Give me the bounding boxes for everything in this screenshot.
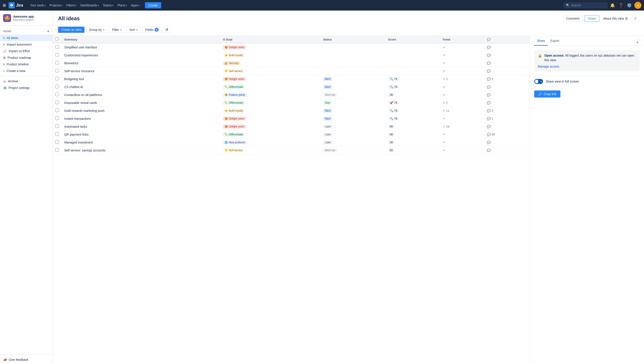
nav-create-button[interactable]: Create: [145, 2, 161, 8]
share-button[interactable]: Share: [584, 15, 599, 22]
cell-comments: 💬: [484, 67, 530, 75]
sidebar-item-create-a-view[interactable]: +Create a view: [0, 68, 52, 74]
cell-goal: ✏️ Differentiate: [220, 131, 321, 138]
notifications-icon[interactable]: 🔔: [609, 2, 616, 9]
search-icon: 🔍: [566, 4, 570, 7]
col-summary[interactable]: Summary: [62, 36, 220, 43]
cell-checkbox[interactable]: [53, 131, 62, 138]
table-row: Gold rewards marketing push 🤝 Build loya…: [53, 107, 530, 115]
search-input[interactable]: [571, 4, 605, 7]
cell-status: Now: [320, 99, 386, 107]
cell-goal: 🌐 New products: [220, 138, 321, 146]
cell-checkbox[interactable]: [53, 146, 62, 154]
cell-checkbox[interactable]: [53, 51, 62, 59]
project-info: Awesome app Discovery project: [13, 15, 34, 21]
cell-checkbox[interactable]: [53, 43, 62, 51]
sidebar-item-settings[interactable]: ⚙️ Project settings: [0, 85, 52, 91]
sidebar-item-product-roadmap[interactable]: ⊞Product roadmap: [0, 54, 52, 61]
col-comments[interactable]: 💬: [484, 36, 530, 43]
panel-add-button[interactable]: +: [634, 40, 640, 46]
cell-checkbox[interactable]: [53, 59, 62, 67]
ideas-table-wrapper[interactable]: Summary ⊙ Goal Status Score Trend 💬 Simp…: [53, 36, 530, 363]
cell-goal: 💛 Self service: [220, 67, 321, 75]
cell-score: [386, 67, 440, 75]
cell-summary: Disposable virtual cards: [62, 99, 220, 107]
cell-checkbox[interactable]: [53, 75, 62, 83]
nav-item-filters[interactable]: Filters▾: [64, 3, 78, 8]
cell-comments: 💬: [484, 91, 530, 99]
search-box[interactable]: 🔍: [564, 3, 608, 8]
create-idea-button[interactable]: Create an idea: [58, 27, 84, 33]
sort-button[interactable]: Sort +: [126, 27, 141, 33]
cell-comments: 💬: [484, 138, 530, 146]
col-checkbox: [53, 36, 62, 43]
groupby-button[interactable]: Group by +: [86, 27, 108, 33]
nav-item-projects[interactable]: Projects▾: [48, 3, 64, 8]
nav-logo[interactable]: Jira: [8, 2, 23, 8]
panel-content: 🔒 Open access: All logged Jira users on …: [530, 46, 644, 102]
filter-button[interactable]: Filter +: [109, 27, 125, 33]
cell-checkbox[interactable]: [53, 115, 62, 123]
cell-score: 55: [386, 146, 440, 154]
nav-item-your-work[interactable]: Your work▾: [28, 3, 47, 8]
sidebar-item-feedback[interactable]: 📣 Give feedback: [0, 356, 52, 363]
add-view-button[interactable]: +: [47, 29, 50, 33]
cell-comments: 💬: [484, 59, 530, 67]
cell-checkbox[interactable]: [53, 83, 62, 91]
cell-checkbox[interactable]: [53, 138, 62, 146]
help-icon[interactable]: ❓: [618, 2, 624, 9]
sidebar-item-product-timeline[interactable]: ≡Product timeline: [0, 61, 52, 68]
nav-item-dashboards[interactable]: Dashboards▾: [78, 3, 100, 8]
fields-button[interactable]: Fields 6: [142, 27, 162, 33]
cell-checkbox[interactable]: [53, 123, 62, 131]
cell-trend: ↗: [440, 91, 484, 99]
sidebar-item-all-ideas[interactable]: ≡All ideas: [0, 35, 52, 41]
cell-trend: ↗ 2: [440, 99, 484, 107]
sidebar-item-archive[interactable]: 🗂 Archive: [0, 78, 52, 85]
nav-item-plans[interactable]: Plans▾: [116, 3, 129, 8]
grid-icon[interactable]: ⊞: [3, 3, 6, 8]
cell-goal: 🤗 Feature parity: [220, 91, 321, 99]
avatar[interactable]: A: [634, 2, 641, 9]
nav-item-teams[interactable]: Teams▾: [101, 3, 115, 8]
page-header: All ideas Comment Share About this view …: [53, 11, 644, 25]
fullscreen-toggle[interactable]: ✕: [534, 79, 543, 84]
col-score[interactable]: Score: [386, 36, 440, 43]
cell-score: 36: [386, 91, 440, 99]
cell-trend: ↗: [440, 83, 484, 91]
cell-checkbox[interactable]: [53, 107, 62, 115]
cell-checkbox[interactable]: [53, 91, 62, 99]
nav-item-apps[interactable]: Apps▾: [129, 3, 142, 8]
cell-summary: Self-service insurance: [62, 67, 220, 75]
cell-summary: Managed investment: [62, 138, 220, 146]
cell-summary: Instant transactions: [62, 115, 220, 123]
select-all-checkbox[interactable]: [56, 38, 58, 41]
tab-share[interactable]: Share: [534, 36, 548, 46]
table-row: Automated tasks 😍 Delight users Later 56…: [53, 123, 530, 131]
copy-link-button[interactable]: 🔗 Copy link: [534, 91, 560, 98]
expand-button[interactable]: ⤢: [632, 15, 639, 22]
main-content: All ideas Comment Share About this view …: [53, 11, 644, 363]
project-name: Awesome app: [13, 15, 34, 18]
jira-logo-icon: [8, 2, 15, 8]
cell-status: [320, 43, 386, 51]
comment-button[interactable]: Comment: [563, 15, 583, 22]
cell-summary: Self service: savings accounts: [62, 146, 220, 154]
col-trend[interactable]: Trend: [440, 36, 484, 43]
manage-access-link[interactable]: Manage access: [538, 65, 559, 68]
cell-summary: Biometrics: [62, 59, 220, 67]
sidebar-item-impact-assesment[interactable]: ≡Impact assesment: [0, 41, 52, 48]
cell-status: [320, 59, 386, 67]
sidebar-item-impact-vs-effort[interactable]: 📈Impact vs Effort: [0, 48, 52, 54]
cell-trend: ↗: [440, 43, 484, 51]
about-button[interactable]: About this view ☰: [601, 16, 630, 22]
settings-icon[interactable]: ⚙️: [626, 2, 632, 9]
col-status[interactable]: Status: [320, 36, 386, 43]
cell-status: Won't do: [320, 146, 386, 154]
cell-checkbox[interactable]: [53, 99, 62, 107]
cell-status: [320, 51, 386, 59]
col-goal[interactable]: ⊙ Goal: [220, 36, 321, 43]
tab-export[interactable]: Export: [548, 36, 562, 46]
refresh-button[interactable]: ↺: [163, 26, 170, 33]
cell-checkbox[interactable]: [53, 67, 62, 75]
